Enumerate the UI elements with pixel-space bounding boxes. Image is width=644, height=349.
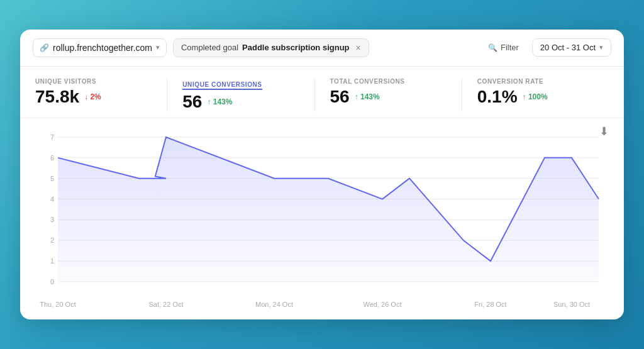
metric-label: UNIQUE CONVERSIONS (182, 81, 262, 90)
metric-label: TOTAL CONVERSIONS (330, 78, 447, 85)
metric-value: 75.8k (35, 87, 79, 107)
site-chevron-icon: ▾ (156, 43, 160, 52)
svg-text:7: 7 (50, 133, 54, 141)
metric-conversion-rate[interactable]: CONVERSION RATE0.1%↑ 100% (477, 78, 609, 112)
metric-change: ↑ 143% (207, 97, 232, 106)
date-range-selector[interactable]: 20 Oct - 31 Oct ▾ (532, 38, 611, 57)
metric-unique-visitors[interactable]: UNIQUE VISITORS75.8k↓ 2% (35, 78, 167, 112)
toolbar: 🔗 rollup.frenchtogether.com ▾ Completed … (20, 30, 624, 67)
metric-change: ↓ 2% (84, 92, 101, 101)
svg-text:0: 0 (50, 278, 54, 285)
chart-area: ⬇ 01234567Thu, 20 OctSat, 22 OctMon, 24 … (20, 118, 624, 319)
link-icon: 🔗 (40, 43, 49, 52)
svg-text:6: 6 (50, 154, 54, 162)
svg-text:2: 2 (50, 237, 54, 245)
metric-value: 0.1% (477, 87, 518, 107)
metric-label: CONVERSION RATE (477, 78, 594, 85)
metric-value: 56 (182, 92, 202, 112)
svg-text:Wed, 26 Oct: Wed, 26 Oct (364, 301, 402, 308)
filter-button[interactable]: 🔍 Filter (481, 38, 526, 57)
date-range-text: 20 Oct - 31 Oct (540, 43, 596, 52)
filter-label: Filter (501, 43, 519, 52)
metric-unique-conversions[interactable]: UNIQUE CONVERSIONS56↑ 143% (182, 78, 314, 112)
date-chevron-icon: ▾ (599, 43, 603, 52)
metric-change: ↑ 100% (523, 92, 548, 101)
download-button[interactable]: ⬇ (599, 125, 609, 138)
search-icon: 🔍 (488, 43, 497, 52)
svg-text:Fri, 28 Oct: Fri, 28 Oct (474, 301, 506, 308)
metric-label: UNIQUE VISITORS (35, 78, 152, 85)
svg-text:5: 5 (50, 175, 54, 182)
analytics-card: 🔗 rollup.frenchtogether.com ▾ Completed … (20, 30, 624, 320)
svg-text:4: 4 (50, 196, 54, 203)
goal-name: Paddle subscription signup (242, 43, 349, 52)
metric-change: ↑ 143% (355, 92, 380, 101)
line-chart: 01234567Thu, 20 OctSat, 22 OctMon, 24 Oc… (33, 125, 611, 313)
metric-value: 56 (330, 87, 350, 107)
goal-pill: Completed goal Paddle subscription signu… (173, 38, 369, 57)
close-goal-button[interactable]: × (356, 43, 361, 53)
svg-text:Thu, 20 Oct: Thu, 20 Oct (40, 301, 75, 308)
svg-text:1: 1 (50, 258, 54, 265)
site-name: rollup.frenchtogether.com (53, 43, 152, 53)
goal-prefix: Completed goal (181, 43, 238, 52)
svg-text:3: 3 (50, 216, 54, 224)
svg-text:Sat, 22 Oct: Sat, 22 Oct (148, 301, 183, 308)
svg-text:Mon, 24 Oct: Mon, 24 Oct (255, 301, 293, 308)
site-selector[interactable]: 🔗 rollup.frenchtogether.com ▾ (33, 38, 167, 57)
metrics-row: UNIQUE VISITORS75.8k↓ 2%UNIQUE CONVERSIO… (20, 67, 624, 119)
metric-total-conversions[interactable]: TOTAL CONVERSIONS56↑ 143% (330, 78, 462, 112)
svg-text:Sun, 30 Oct: Sun, 30 Oct (553, 301, 590, 308)
